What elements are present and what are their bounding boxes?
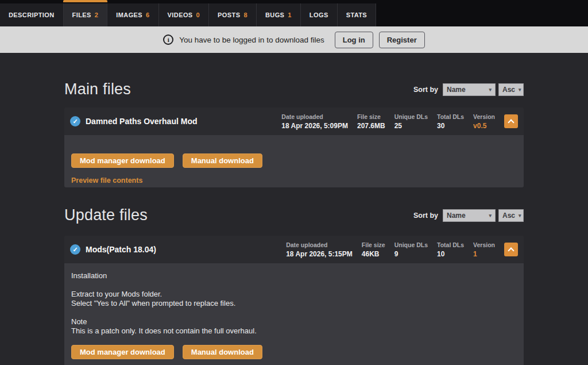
sort-direction-value: Asc xyxy=(502,86,515,94)
meta-value: 207.6MB xyxy=(357,122,385,130)
meta-value: 30 xyxy=(437,122,464,130)
meta-label: Total DLs xyxy=(437,113,464,120)
meta-label: File size xyxy=(362,241,385,248)
file-header-meta: Date uploaded 18 Apr 2026, 5:09PM File s… xyxy=(281,113,518,130)
tab-files-count: 2 xyxy=(95,11,99,18)
collapse-file-button[interactable] xyxy=(504,243,518,256)
tab-posts-label: POSTS xyxy=(218,11,240,18)
meta-unique-dls: Unique DLs 9 xyxy=(394,241,428,258)
meta-label: Date uploaded xyxy=(281,113,348,120)
description-line: Select "Yes to All" when prompted to rep… xyxy=(71,299,517,308)
meta-file-size: File size 46KB xyxy=(362,241,385,258)
meta-total-dls: Total DLs 10 xyxy=(437,241,464,258)
meta-version: Version 1 xyxy=(473,241,495,258)
meta-file-size: File size 207.6MB xyxy=(357,113,385,130)
download-buttons-row: Mod manager download Manual download xyxy=(71,345,517,359)
description-line: This is a patch only. It does not contai… xyxy=(71,326,517,336)
tab-bugs[interactable]: BUGS 1 xyxy=(257,3,301,26)
sort-field-dropdown[interactable]: Name ▾ xyxy=(443,83,496,96)
login-notification-message: You have to be logged in to download fil… xyxy=(179,36,324,44)
sort-field-dropdown[interactable]: Name ▾ xyxy=(443,209,496,222)
sort-direction-dropdown[interactable]: Asc ▾ xyxy=(498,83,524,96)
chevron-down-icon: ▾ xyxy=(489,87,492,93)
sort-by-label: Sort by xyxy=(413,86,438,94)
meta-value: 18 Apr 2026, 5:09PM xyxy=(281,122,348,130)
chevron-up-icon xyxy=(508,247,514,253)
tab-description-label: DESCRIPTION xyxy=(9,11,55,18)
update-files-title: Update files xyxy=(64,206,148,224)
main-files-title: Main files xyxy=(64,80,131,98)
file-name: Mods(Patch 18.04) xyxy=(86,245,156,254)
tab-logs-label: LOGS xyxy=(310,11,328,18)
download-buttons-row: Mod manager download Manual download xyxy=(71,153,517,168)
tab-bar: DESCRIPTION FILES 2 IMAGES 6 VIDEOS 0 PO… xyxy=(0,0,588,26)
main-files-section-header: Main files Sort by Name ▾ Asc ▾ xyxy=(64,80,524,98)
file-body-main: Mod manager download Manual download Pre… xyxy=(64,135,524,187)
login-notification-bar: i You have to be logged in to download f… xyxy=(0,26,588,53)
files-content: Main files Sort by Name ▾ Asc ▾ ✓ Damned… xyxy=(64,80,524,365)
collapse-file-button[interactable] xyxy=(504,114,518,128)
preview-file-contents-link[interactable]: Preview file contents xyxy=(71,176,142,185)
main-files-sort-controls: Sort by Name ▾ Asc ▾ xyxy=(413,83,524,96)
meta-value: 10 xyxy=(437,250,464,258)
file-card-update: ✓ Mods(Patch 18.04) Date uploaded 18 Apr… xyxy=(64,236,524,365)
register-button[interactable]: Register xyxy=(379,32,425,48)
sort-direction-dropdown[interactable]: Asc ▾ xyxy=(498,209,524,222)
meta-value: 46KB xyxy=(362,250,385,258)
description-line: Extract to your Mods folder. xyxy=(71,290,517,299)
description-line: Note xyxy=(71,317,517,326)
chevron-down-icon: ▾ xyxy=(519,213,521,218)
file-header-left: ✓ Mods(Patch 18.04) xyxy=(70,244,156,255)
chevron-down-icon: ▾ xyxy=(519,87,521,93)
meta-date-uploaded: Date uploaded 18 Apr 2026, 5:09PM xyxy=(281,113,348,130)
mod-files-page: DESCRIPTION FILES 2 IMAGES 6 VIDEOS 0 PO… xyxy=(0,0,588,365)
meta-date-uploaded: Date uploaded 18 Apr 2026, 5:15PM xyxy=(286,241,353,258)
file-header-meta: Date uploaded 18 Apr 2026, 5:15PM File s… xyxy=(286,241,518,258)
mod-manager-download-button[interactable]: Mod manager download xyxy=(71,345,174,359)
tab-stats[interactable]: STATS xyxy=(338,3,376,26)
sort-field-value: Name xyxy=(447,212,466,220)
tab-images-label: IMAGES xyxy=(116,11,142,18)
verified-check-icon: ✓ xyxy=(70,244,80,255)
description-line xyxy=(71,308,517,317)
file-description: Installation Extract to your Mods folder… xyxy=(71,271,517,336)
meta-label: Version xyxy=(473,241,495,248)
meta-label: Unique DLs xyxy=(394,241,428,248)
info-icon: i xyxy=(163,34,173,45)
tab-images[interactable]: IMAGES 6 xyxy=(107,3,158,26)
chevron-up-icon xyxy=(508,119,514,125)
sort-by-label: Sort by xyxy=(413,212,438,220)
sort-field-value: Name xyxy=(447,86,466,94)
manual-download-button[interactable]: Manual download xyxy=(183,345,262,359)
tab-videos-label: VIDEOS xyxy=(168,11,193,18)
manual-download-button[interactable]: Manual download xyxy=(183,153,262,168)
meta-label: Unique DLs xyxy=(394,113,428,120)
mod-manager-download-button[interactable]: Mod manager download xyxy=(71,153,174,168)
meta-label: Total DLs xyxy=(437,241,464,248)
meta-value: v0.5 xyxy=(473,122,495,130)
tab-description[interactable]: DESCRIPTION xyxy=(0,3,64,26)
update-files-sort-controls: Sort by Name ▾ Asc ▾ xyxy=(413,209,524,222)
tab-posts-count: 8 xyxy=(243,11,247,18)
tab-images-count: 6 xyxy=(146,11,150,18)
tab-videos[interactable]: VIDEOS 0 xyxy=(159,3,210,26)
verified-check-icon: ✓ xyxy=(70,116,80,126)
tab-posts[interactable]: POSTS 8 xyxy=(209,3,257,26)
file-name: Damned Paths Overhaul Mod xyxy=(86,117,197,126)
file-card-main: ✓ Damned Paths Overhaul Mod Date uploade… xyxy=(64,107,524,187)
meta-value: 25 xyxy=(394,122,428,130)
tab-files[interactable]: FILES 2 xyxy=(64,3,108,26)
file-header-update: ✓ Mods(Patch 18.04) Date uploaded 18 Apr… xyxy=(64,236,524,263)
meta-value: 18 Apr 2026, 5:15PM xyxy=(286,250,353,258)
file-body-update: Installation Extract to your Mods folder… xyxy=(64,263,524,365)
file-header-main: ✓ Damned Paths Overhaul Mod Date uploade… xyxy=(64,107,524,135)
tab-logs[interactable]: LOGS xyxy=(301,3,338,26)
meta-unique-dls: Unique DLs 25 xyxy=(394,113,428,130)
sort-direction-value: Asc xyxy=(502,212,515,220)
tab-stats-label: STATS xyxy=(346,11,367,18)
login-button[interactable]: Log in xyxy=(335,32,373,48)
file-header-left: ✓ Damned Paths Overhaul Mod xyxy=(70,116,197,126)
meta-label: File size xyxy=(357,113,385,120)
meta-label: Version xyxy=(473,113,495,120)
tab-bugs-count: 1 xyxy=(288,11,292,18)
